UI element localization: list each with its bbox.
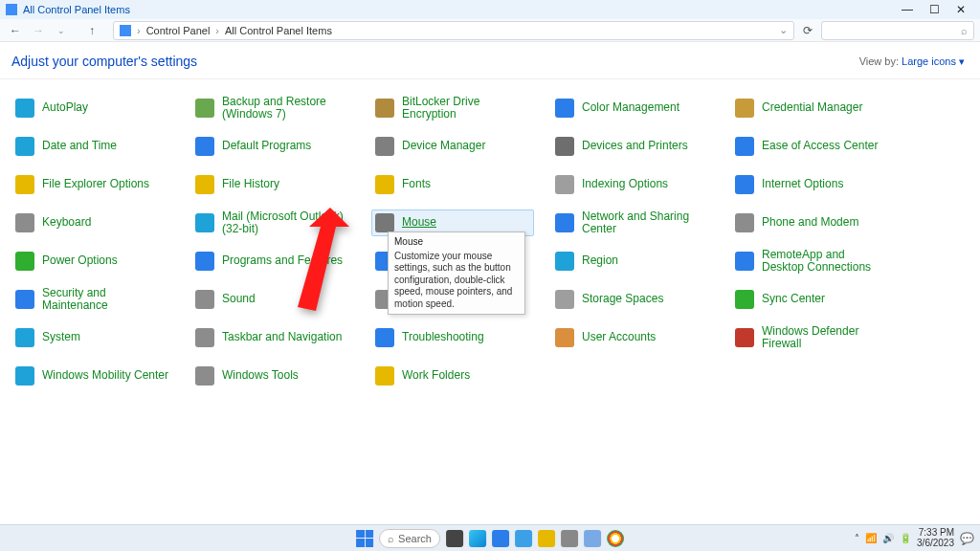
item-label: Mail (Microsoft Outlook) (32-bit) [222,210,350,235]
back-button[interactable]: ← [6,21,25,40]
item-icon [735,99,754,118]
battery-icon[interactable]: 🔋 [900,533,911,543]
taskview-icon[interactable] [446,530,463,547]
wifi-icon[interactable]: 📶 [865,533,877,543]
chevron-right-icon: › [137,25,141,36]
page-header: Adjust your computer's settings View by:… [0,42,980,79]
control-panel-item[interactable]: Ease of Access Center [731,133,894,160]
control-panel-item[interactable]: Windows Defender Firewall [731,324,894,351]
breadcrumb-1[interactable]: Control Panel [146,25,211,36]
control-panel-item[interactable]: Date and Time [11,133,174,160]
control-panel-item[interactable]: Credential Manager [731,95,894,121]
control-panel-item[interactable]: User Accounts [551,324,714,351]
item-label: Devices and Printers [582,140,688,152]
viewby-select[interactable]: Large icons ▾ [902,55,965,67]
item-icon [735,290,754,309]
control-panel-item[interactable]: Indexing Options [551,171,714,198]
control-panel-item[interactable]: Network and Sharing Center [551,209,714,236]
notifications-icon[interactable]: 💬 [960,532,974,545]
control-panel-item[interactable]: File History [191,171,354,198]
control-panel-item[interactable]: Color Management [551,95,714,121]
minimize-button[interactable]: — [894,3,921,16]
search-input[interactable]: ⌕ [821,21,974,40]
item-icon [15,366,34,386]
item-label: Color Management [582,101,679,114]
item-icon [735,175,754,194]
breadcrumb-2[interactable]: All Control Panel Items [225,25,332,36]
control-panel-item[interactable]: Work Folders [371,363,534,389]
start-button[interactable] [356,530,373,547]
control-panel-item[interactable]: System [11,324,174,351]
control-panel-item[interactable]: Device Manager [371,133,534,160]
item-label: Work Folders [402,369,470,382]
item-label: Storage Spaces [582,293,663,305]
control-panel-item[interactable]: Fonts [371,171,534,198]
item-icon [195,137,214,156]
item-label: AutoPlay [42,101,88,114]
control-panel-taskbar-icon[interactable] [492,530,509,547]
item-label: File Explorer Options [42,178,149,190]
item-label: User Accounts [582,331,656,343]
control-panel-item[interactable]: RemoteApp and Desktop Connections [731,248,894,275]
chrome-icon[interactable] [607,530,624,547]
address-dropdown-icon[interactable]: ⌄ [779,24,788,36]
taskbar: ⌕ Search ˄ 📶 🔊 🔋 7:33 PM 3/6/2023 💬 [0,524,980,551]
maximize-button[interactable]: ☐ [921,3,947,16]
item-label: Power Options [42,254,118,267]
control-panel-item[interactable]: Windows Mobility Center [11,363,174,389]
item-label: Network and Sharing Center [582,210,710,235]
taskbar-search-label: Search [398,533,432,544]
control-panel-item[interactable]: Programs and Features [191,248,354,275]
control-panel-item[interactable]: BitLocker Drive Encryption [371,95,534,121]
control-panel-item[interactable]: Power Options [11,248,174,275]
tray-expand-icon[interactable]: ˄ [855,533,859,543]
item-icon [735,252,754,271]
control-panel-item[interactable]: File Explorer Options [11,171,174,198]
recent-dropdown[interactable]: ⌄ [52,21,71,40]
store-icon[interactable] [561,530,578,547]
control-panel-item[interactable]: Keyboard [11,209,174,236]
clock[interactable]: 7:33 PM 3/6/2023 [917,528,954,548]
item-icon [555,137,574,156]
volume-icon[interactable]: 🔊 [882,533,894,543]
item-label: Credential Manager [762,101,862,114]
item-icon [15,290,34,309]
item-icon [195,290,214,309]
viewby-label: View by: [859,55,899,67]
item-label: Mouse [402,216,436,229]
control-panel-item[interactable]: Sync Center [731,286,894,313]
explorer-icon[interactable] [538,530,555,547]
control-panel-item[interactable]: Internet Options [731,171,894,198]
close-button[interactable]: ✕ [947,3,974,16]
item-icon [195,213,214,232]
refresh-button[interactable]: ⟳ [798,24,817,37]
control-panel-item[interactable]: Troubleshooting [371,324,534,351]
item-icon [195,175,214,194]
control-panel-item[interactable]: AutoPlay [11,95,174,121]
address-bar[interactable]: › Control Panel › All Control Panel Item… [113,21,794,40]
control-panel-item[interactable]: Windows Tools [191,363,354,389]
word-icon[interactable] [515,530,532,547]
control-panel-item[interactable]: Taskbar and Navigation [191,324,354,351]
edge-icon[interactable] [469,530,486,547]
control-panel-item[interactable]: Phone and Modem [731,209,894,236]
control-panel-item[interactable]: Devices and Printers [551,133,714,160]
item-label: Date and Time [42,140,117,152]
control-panel-item[interactable]: Region [551,248,714,275]
control-panel-item[interactable]: Sound [191,286,354,313]
forward-button[interactable]: → [29,21,48,40]
control-panel-item[interactable]: Security and Maintenance [11,286,174,313]
item-label: Windows Tools [222,369,299,382]
control-panel-item[interactable]: Mail (Microsoft Outlook) (32-bit) [191,209,354,236]
control-panel-item[interactable]: Backup and Restore (Windows 7) [191,95,354,121]
item-label: Region [582,254,618,267]
control-panel-item[interactable]: Storage Spaces [551,286,714,313]
up-button[interactable]: ↑ [82,21,101,40]
calendar-icon[interactable] [584,530,601,547]
control-panel-item[interactable]: Default Programs [191,133,354,160]
item-label: Windows Mobility Center [42,369,168,382]
search-icon: ⌕ [961,25,968,36]
item-icon [375,99,394,118]
item-icon [195,99,214,118]
taskbar-search[interactable]: ⌕ Search [379,529,440,548]
